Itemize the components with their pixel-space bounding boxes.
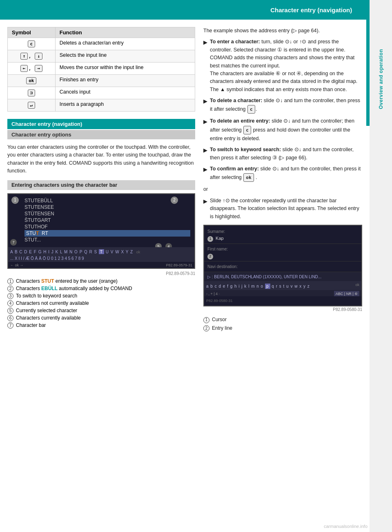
addr-circle-num-1: 1 [203, 317, 209, 323]
symbol-c: c [8, 38, 56, 50]
keyword-search-text: To switch to keyword search: slide ⊙↓ an… [210, 146, 362, 162]
intro-text: The example shows the address entry (▷ p… [203, 27, 362, 35]
addr-list-item-1: 1 Cursor [203, 316, 362, 324]
bullet-keyword-search: ▶ To switch to keyword search: slide ⊙↓ … [203, 146, 362, 162]
section-subheader-options: Character entry options [7, 130, 195, 139]
circle-num-2: 2 [7, 286, 13, 292]
bullet-6-text: Characters currently available [16, 315, 81, 321]
table-row: ←, → Moves the cursor within the input l… [8, 63, 195, 75]
circle-num-7: 7 [7, 322, 13, 329]
addr-berlin-text: ▷ : BERLIN, DEUTSCHLAND (1XXXXX), UNTER … [207, 275, 321, 279]
sidebar-accent [366, 20, 370, 126]
list-item-4: 4 Characters not currently available [7, 300, 195, 306]
bullet-delete-entry: ▶ To delete an entire entry: slide ⊙↓ an… [203, 117, 362, 143]
subsection-header-chars: Entering characters using the character … [7, 180, 195, 190]
photo-ref-2: P82.89-0580-31 [203, 306, 362, 313]
confirm-entry-text: To confirm an entry: slide ⊙↓ and turn t… [210, 165, 362, 182]
navi-label: Navi destination: [207, 264, 238, 269]
symbol-cancel: ⊐ [8, 87, 56, 99]
function-insert-paragraph: Inserts a paragraph [55, 99, 195, 112]
list-item-2: 2 Characters EBÜLL automatically added b… [7, 286, 195, 292]
addr-bullet-2: Entry line [212, 324, 232, 332]
bullet-list: 1 Characters STUT entered by the user (o… [7, 278, 195, 329]
arrow-icon: ▶ [203, 118, 207, 126]
circle-2-label: 2 [171, 197, 178, 204]
circle-num-3: 3 [7, 293, 13, 299]
addr-bullet-list: 1 Cursor 2 Entry line [203, 316, 362, 332]
addr-char-text: a b c d e f g h i j k l m n o p q r s t … [206, 284, 310, 289]
arrow-icon: ▶ [203, 197, 207, 206]
addr-circle-num-2: 2 [203, 325, 209, 331]
list-item-selected: STUT RT [24, 230, 190, 237]
arrow-icon: ▶ [203, 38, 207, 47]
bullet-delete-char: ▶ To delete a character: slide ⊙↓ and tu… [203, 97, 362, 114]
slide-controller-text: Slide ↑⊙ the controller repeatedly until… [210, 197, 362, 221]
symbol-updown: ↑, ↓ [8, 50, 56, 63]
addr-circle-1: 1 [207, 236, 213, 242]
symbol-ok: ok [8, 75, 56, 87]
addr-list-item-2: 2 Entry line [203, 324, 362, 332]
list-item: STUTEBÜLL [24, 197, 190, 204]
table-header-function: Function [55, 27, 195, 38]
num-bar-text: ... X I I / Æ Ö Ä Ä Ö Ü 0 1 2 3 4 5 6 7 … [10, 256, 84, 261]
surname-value: Kap [216, 236, 224, 241]
symbol-function-table: Symbol Function c Deletes a character/an… [7, 27, 195, 112]
bullet-2-text: Characters EBÜLL automatically added by … [16, 286, 132, 291]
list-item-1: 1 Characters STUT entered by the user (o… [7, 278, 195, 284]
function-finish-entry: Finishes an entry [55, 75, 195, 87]
surname-label: Surname: [207, 229, 225, 234]
top-header: Character entry (navigation) 33 [0, 0, 392, 20]
sidebar-label: Overview and operation [378, 49, 384, 109]
section-header-nav: Character entry (navigation) [7, 119, 195, 129]
function-select-input: Selects the input line [55, 50, 195, 63]
circle-1-label: 1 [11, 197, 19, 204]
symbol-paragraph: ↵ [8, 99, 56, 112]
table-row: ↵ Inserts a paragraph [8, 99, 195, 112]
bullet-5-text: Currently selected character [16, 308, 77, 313]
firstname-label: First name: [207, 247, 228, 251]
list-item: STUTHOF [24, 224, 190, 230]
bullet-1-text: Characters STUT entered by the user (ora… [16, 278, 118, 284]
function-cancel-input: Cancels input [55, 87, 195, 99]
right-text: The example shows the address entry (▷ p… [203, 27, 362, 332]
photo-ref-1: P82.89-0579-31 [7, 271, 195, 276]
function-move-cursor: Moves the cursor within the input line [55, 63, 195, 75]
surname-circle: 1 [207, 236, 214, 241]
symbol-leftright: ←, → [8, 63, 56, 75]
addr-bullet-1: Cursor [212, 316, 227, 324]
addr-navi-field: Navi destination: [204, 262, 361, 272]
list-item-7: 7 Character bar [7, 322, 195, 329]
nav-photo-ref: P82.89-0579-31 [166, 263, 192, 267]
table-row: ⊐ Cancels input [8, 87, 195, 99]
watermark: carmanualsonline.info [324, 524, 368, 529]
list-item-3: 3 To switch to keyword search [7, 293, 195, 299]
arrow-icon: ▶ [203, 165, 207, 174]
nav-num-bar: ... X I I / Æ Ö Ä Ä Ö Ü 0 1 2 3 4 5 6 7 … [8, 254, 194, 262]
table-row: ok Finishes an entry [8, 75, 195, 87]
table-row: c Deletes a character/an entry [8, 38, 195, 50]
list-item: STÜTENSEN [24, 210, 190, 217]
right-sidebar: Overview and operation [370, 0, 392, 532]
bullet-confirm-entry: ▶ To confirm an entry: slide ⊙↓ and turn… [203, 165, 362, 182]
nav-bottom-left: ← ok → [10, 263, 24, 267]
bullet-3-text: To switch to keyword search [16, 293, 77, 299]
circle-7-label: 7 [10, 239, 17, 246]
addr-surname-field: Surname: 1 Kap [204, 226, 361, 244]
circle-num-5: 5 [7, 308, 13, 314]
arrow-icon: ▶ [203, 97, 207, 105]
nav-bottom-row: ← ok → P82.89-0579-31 [8, 262, 194, 268]
enter-char-text: To enter a character: turn, slide ⊙↓ or … [210, 38, 362, 94]
bullet-7-text: Character bar [16, 322, 46, 328]
addr-firstname-field: First name: 2 [204, 244, 361, 262]
bullet-enter-char: ▶ To enter a character: turn, slide ⊙↓ o… [203, 38, 362, 94]
delete-char-text: To delete a character: slide ⊙↓ and turn… [210, 97, 362, 114]
addr-last-row: P82.89-0580-31 [204, 296, 361, 305]
section1-body: You can enter characters using the contr… [7, 143, 195, 175]
list-item-5: 5 Currently selected character [7, 308, 195, 314]
circle-num-6: 6 [7, 315, 13, 321]
circle-num-1: 1 [7, 278, 13, 284]
addr-photo-ref: P82.89-0580-31 [206, 299, 233, 303]
delete-entry-text: To delete an entire entry: slide ⊙↓ and … [210, 117, 362, 143]
left-column: Symbol Function c Deletes a character/an… [7, 27, 195, 333]
function-delete: Deletes a character/an entry [55, 38, 195, 50]
